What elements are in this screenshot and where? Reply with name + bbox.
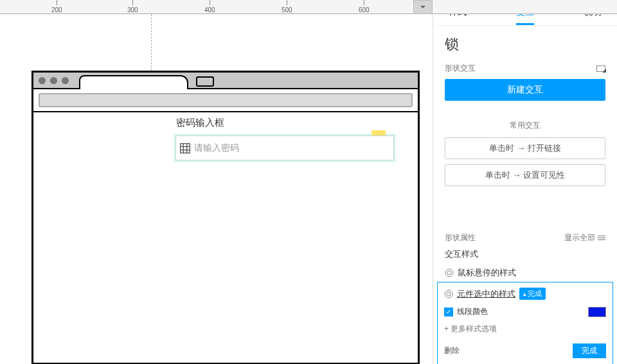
more-styles-link[interactable]: + 更多样式选项: [444, 324, 606, 334]
line-color-label: 线段颜色: [457, 306, 488, 317]
svg-point-5: [445, 269, 453, 277]
browser-tab: [79, 75, 188, 89]
common-interactions-header: 常用交互: [445, 120, 605, 131]
color-swatch[interactable]: [588, 307, 606, 317]
horizontal-ruler: 200 300 400 500 600: [0, 0, 617, 14]
browser-urlbar: [39, 93, 413, 107]
dot-icon: [50, 77, 57, 84]
show-all-button[interactable]: 显示全部: [564, 232, 605, 243]
list-icon: [598, 236, 605, 240]
grid-icon: [180, 143, 190, 153]
ruler-tick: 300: [127, 0, 138, 13]
delete-button[interactable]: 删除: [444, 345, 460, 356]
line-color-checkbox[interactable]: ✓: [444, 308, 453, 316]
target-icon: [445, 268, 454, 277]
hover-style-row[interactable]: 鼠标悬停的样式: [433, 264, 617, 282]
ruler-tick: 200: [51, 0, 62, 13]
ruler-tick: 500: [282, 0, 292, 13]
chevron-up-icon: ▴: [523, 291, 526, 297]
browser-control-icon: [196, 76, 214, 87]
inspector-panel: 样式 交互 说明 锁 形状交互 新建交互 常用交互 单击时 → 打开链接 单击时…: [433, 0, 617, 364]
common-set-visibility-button[interactable]: 单击时 → 设置可见性: [445, 164, 605, 186]
input-placeholder: 请输入密码: [194, 143, 239, 154]
new-interaction-button[interactable]: 新建交互: [445, 79, 605, 101]
target-icon: [444, 290, 453, 299]
section-shape-interactions: 形状交互: [445, 63, 605, 74]
dot-icon: [62, 77, 69, 84]
toolbar-dropdown[interactable]: [413, 0, 433, 14]
browser-frame-widget[interactable]: [31, 71, 420, 364]
selected-style-row[interactable]: 元件选中的样式 ▴ 完成: [444, 288, 606, 300]
dot-icon: [39, 77, 46, 84]
svg-rect-0: [181, 143, 190, 153]
ruler-tick: 600: [359, 0, 370, 13]
line-color-row: ✓ 线段颜色: [444, 306, 606, 317]
section-shape-props: 形状属性 显示全部: [433, 232, 617, 243]
common-open-link-button[interactable]: 单击时 → 打开链接: [445, 137, 605, 159]
ruler-tick: 400: [204, 0, 215, 13]
collapse-badge[interactable]: ▴ 完成: [519, 288, 546, 300]
resize-handle[interactable]: [371, 130, 386, 135]
canvas-area[interactable]: 密码输入框 请输入密码: [0, 14, 433, 364]
browser-tabbar: [33, 73, 418, 89]
selected-style-editor: 元件选中的样式 ▴ 完成 ✓ 线段颜色 + 更多样式选项 删除 完成: [437, 282, 613, 364]
collapse-icon[interactable]: [596, 65, 605, 72]
widget-name: 锁: [445, 35, 605, 54]
svg-point-6: [447, 271, 451, 275]
selected-input-widget[interactable]: 请输入密码: [174, 134, 396, 162]
divider: [33, 111, 418, 112]
window-controls: [39, 77, 69, 84]
svg-point-7: [445, 290, 452, 298]
svg-point-8: [447, 292, 451, 296]
field-label: 密码输入框: [176, 117, 224, 129]
interaction-styles-title: 交互样式: [433, 248, 617, 260]
done-button[interactable]: 完成: [573, 343, 606, 358]
